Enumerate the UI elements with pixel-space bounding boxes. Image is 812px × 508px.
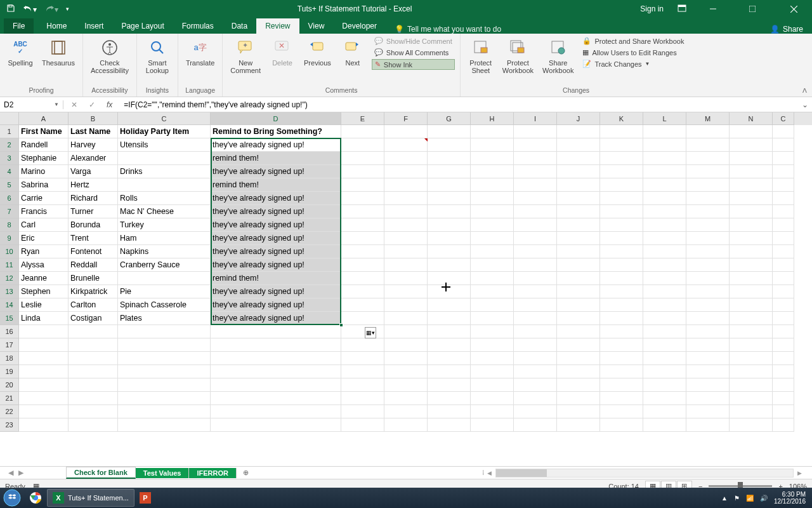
tab-home[interactable]: Home — [37, 18, 75, 34]
cell[interactable] — [341, 205, 384, 218]
row-header-5[interactable]: 5 — [0, 178, 19, 192]
cell[interactable] — [773, 325, 794, 338]
cell[interactable] — [341, 312, 384, 325]
cell[interactable] — [773, 378, 794, 392]
cell[interactable] — [341, 138, 384, 152]
cell[interactable]: Eric — [19, 232, 69, 245]
cell[interactable] — [428, 365, 471, 378]
cell[interactable]: Turner — [69, 205, 118, 218]
cell[interactable] — [557, 165, 600, 178]
cell[interactable] — [686, 218, 730, 232]
cell[interactable] — [730, 245, 773, 258]
auto-fill-options-button[interactable]: ▦▾ — [365, 327, 376, 338]
cell[interactable]: Carl — [19, 218, 69, 232]
cell[interactable]: Costigan — [69, 312, 118, 325]
new-comment-button[interactable]: ✦ New Comment — [228, 36, 263, 76]
cell[interactable]: Fontenot — [69, 245, 118, 258]
cell[interactable] — [428, 258, 471, 272]
powerpoint-task[interactable]: P — [134, 489, 156, 507]
cell[interactable]: Jeanne — [19, 272, 69, 285]
cell[interactable] — [428, 232, 471, 245]
cell[interactable] — [557, 418, 600, 432]
action-center-icon[interactable]: ⚑ — [734, 495, 740, 502]
cell[interactable] — [730, 418, 773, 432]
cell[interactable] — [557, 352, 600, 365]
share-button[interactable]: 👤 Share — [770, 25, 803, 34]
cell[interactable] — [471, 165, 514, 178]
cell[interactable] — [730, 138, 773, 152]
cell[interactable] — [600, 258, 643, 272]
cell[interactable] — [557, 152, 600, 165]
row-header-12[interactable]: 12 — [0, 272, 19, 285]
cell[interactable] — [514, 192, 557, 205]
cell[interactable] — [211, 365, 341, 378]
cell[interactable]: Drinks — [118, 165, 211, 178]
cell[interactable] — [686, 245, 730, 258]
row-header-21[interactable]: 21 — [0, 392, 19, 405]
cell[interactable] — [211, 378, 341, 392]
delete-comment-button[interactable]: ✕ Delete — [267, 36, 298, 68]
network-icon[interactable]: 📶 — [746, 495, 754, 502]
cell[interactable] — [557, 312, 600, 325]
maximize-button[interactable] — [740, 0, 765, 18]
volume-icon[interactable]: 🔊 — [760, 495, 768, 502]
cell[interactable] — [514, 418, 557, 432]
cell[interactable] — [471, 232, 514, 245]
row-header-23[interactable]: 23 — [0, 418, 19, 432]
cell[interactable] — [384, 218, 428, 232]
cell[interactable] — [384, 285, 428, 298]
cell[interactable] — [341, 165, 384, 178]
cell[interactable]: Plates — [118, 312, 211, 325]
cell[interactable] — [118, 378, 211, 392]
cell[interactable] — [643, 378, 686, 392]
cell[interactable] — [341, 418, 384, 432]
cell[interactable]: remind them! — [211, 178, 341, 192]
cell[interactable] — [428, 152, 471, 165]
tell-me-box[interactable]: 💡 Tell me what you want to do — [395, 25, 501, 34]
cell[interactable] — [557, 392, 600, 405]
cell[interactable] — [471, 405, 514, 418]
cell[interactable] — [730, 392, 773, 405]
cell[interactable] — [384, 378, 428, 392]
cell[interactable]: Cranberry Sauce — [118, 258, 211, 272]
cell[interactable]: Rolls — [118, 192, 211, 205]
cell[interactable] — [341, 125, 384, 138]
cell[interactable]: they've already signed up! — [211, 258, 341, 272]
col-header-B[interactable]: B — [69, 112, 118, 125]
cell[interactable]: Hertz — [69, 178, 118, 192]
col-header-J[interactable]: J — [557, 112, 600, 125]
cell[interactable] — [118, 178, 211, 192]
sign-in-link[interactable]: Sign in — [640, 4, 664, 13]
cell[interactable] — [557, 245, 600, 258]
row-header-13[interactable]: 13 — [0, 285, 19, 298]
new-sheet-button[interactable]: ⊕ — [237, 469, 255, 477]
cell[interactable] — [557, 338, 600, 352]
cell[interactable] — [19, 392, 69, 405]
cell[interactable]: Mac N' Cheese — [118, 205, 211, 218]
cell[interactable] — [384, 192, 428, 205]
cell[interactable] — [118, 418, 211, 432]
cell[interactable] — [471, 298, 514, 312]
cell[interactable] — [471, 178, 514, 192]
cell[interactable] — [730, 152, 773, 165]
cell[interactable] — [643, 205, 686, 218]
cell[interactable] — [773, 165, 794, 178]
cell[interactable] — [643, 418, 686, 432]
cell[interactable] — [643, 298, 686, 312]
cell[interactable] — [471, 338, 514, 352]
cell[interactable] — [600, 218, 643, 232]
cell[interactable] — [773, 232, 794, 245]
cell[interactable] — [686, 378, 730, 392]
undo-icon[interactable]: ▾ — [23, 4, 37, 14]
cell[interactable] — [557, 405, 600, 418]
cell[interactable] — [341, 325, 384, 338]
cell[interactable] — [384, 178, 428, 192]
cell[interactable] — [686, 405, 730, 418]
row-header-7[interactable]: 7 — [0, 205, 19, 218]
cell[interactable] — [428, 205, 471, 218]
cell[interactable] — [643, 178, 686, 192]
cell[interactable] — [686, 352, 730, 365]
cell[interactable]: Leslie — [19, 298, 69, 312]
cell[interactable] — [514, 152, 557, 165]
cell[interactable] — [471, 258, 514, 272]
